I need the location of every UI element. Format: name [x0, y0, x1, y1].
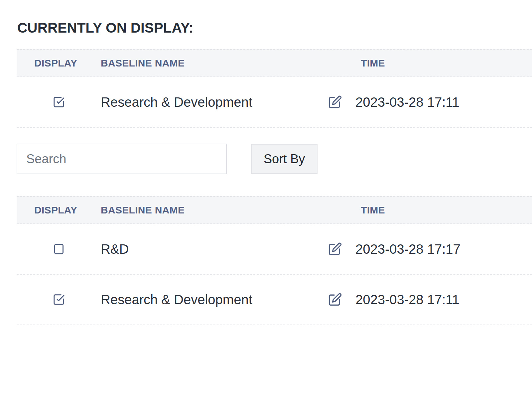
column-header-time: TIME — [355, 58, 532, 69]
column-header-time: TIME — [355, 204, 532, 216]
all-baselines-table: DISPLAY BASELINE NAME TIME R&D 2023-03-2… — [17, 196, 532, 325]
edit-button[interactable] — [328, 292, 342, 307]
edit-button[interactable] — [328, 242, 342, 256]
column-header-display: DISPLAY — [17, 204, 101, 216]
table-row: R&D 2023-03-28 17:17 — [17, 224, 532, 275]
table-header-row: DISPLAY BASELINE NAME TIME — [17, 196, 532, 224]
page-title: CURRENTLY ON DISPLAY: — [17, 20, 532, 36]
column-header-baseline-name: BASELINE NAME — [101, 204, 328, 216]
column-header-display: DISPLAY — [17, 58, 101, 69]
check-square-icon — [52, 95, 66, 109]
edit-button[interactable] — [328, 95, 342, 109]
baseline-name: R&D — [101, 242, 328, 257]
time-value: 2023-03-28 17:17 — [355, 242, 532, 257]
display-checkbox[interactable] — [52, 242, 66, 256]
time-value: 2023-03-28 17:11 — [355, 292, 532, 307]
display-checkbox[interactable] — [52, 95, 66, 109]
controls-bar: Sort By — [17, 144, 532, 174]
edit-icon — [328, 292, 342, 307]
table-row: Research & Development 2023-03-28 17:11 — [17, 77, 532, 128]
time-value: 2023-03-28 17:11 — [355, 95, 532, 110]
square-icon — [52, 242, 66, 256]
edit-icon — [328, 242, 342, 256]
search-input[interactable] — [17, 144, 227, 174]
baseline-name: Research & Development — [101, 95, 328, 110]
baseline-manager-page: CURRENTLY ON DISPLAY: DISPLAY BASELINE N… — [0, 20, 532, 399]
table-header-row: DISPLAY BASELINE NAME TIME — [17, 49, 532, 77]
edit-icon — [328, 95, 342, 109]
table-row: Research & Development 2023-03-28 17:11 — [17, 275, 532, 325]
column-header-baseline-name: BASELINE NAME — [101, 58, 328, 69]
check-square-icon — [52, 293, 66, 306]
baseline-name: Research & Development — [101, 292, 328, 307]
currently-on-display-table: DISPLAY BASELINE NAME TIME Research & De… — [17, 49, 532, 128]
display-checkbox[interactable] — [52, 293, 66, 306]
sort-by-button[interactable]: Sort By — [251, 144, 318, 174]
